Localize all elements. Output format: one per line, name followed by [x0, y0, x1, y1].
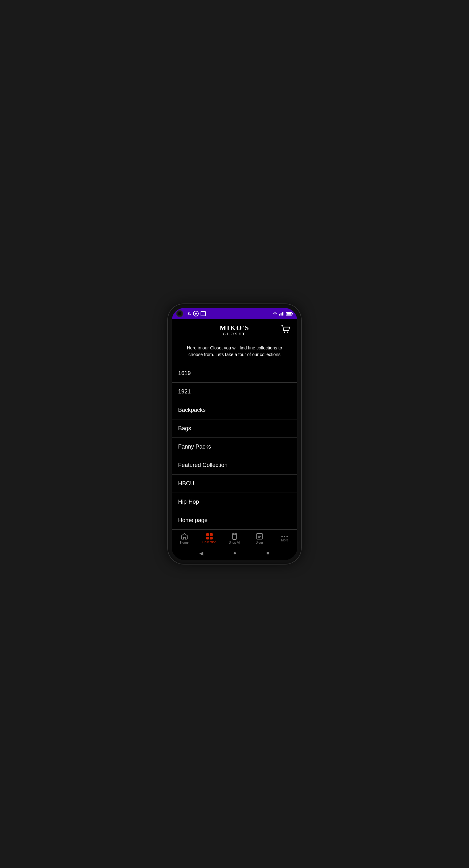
cart-button[interactable]: [281, 325, 291, 336]
collection-item-label: 1921: [178, 389, 191, 395]
battery-icon: [286, 312, 292, 315]
camera-cutout: [176, 310, 183, 317]
svg-rect-1: [281, 313, 282, 315]
collection-item-label: Bags: [178, 425, 191, 432]
collection-item-label: Home page: [178, 517, 208, 524]
svg-rect-2: [282, 312, 283, 315]
status-app-icon-1: [193, 311, 199, 316]
page-description: Here in our Closet you will find fine co…: [172, 341, 297, 364]
nav-item-more[interactable]: More: [272, 535, 297, 542]
list-item[interactable]: Backpacks: [172, 401, 297, 420]
nav-item-shopall[interactable]: Shop All: [222, 533, 247, 544]
logo-area: MIKO'S CLOSET: [219, 324, 250, 336]
svg-point-11: [282, 536, 283, 537]
list-item[interactable]: HBCU: [172, 474, 297, 493]
svg-point-13: [287, 536, 288, 537]
status-left: 8:: [187, 311, 206, 316]
status-app-icon-2: [201, 311, 206, 316]
shopall-icon: [231, 533, 238, 540]
collection-item-label: HBCU: [178, 480, 194, 487]
nav-item-collection[interactable]: Collection: [197, 533, 222, 544]
svg-point-12: [284, 536, 285, 537]
collection-list: 16191921BackpacksBagsFanny PacksFeatured…: [172, 364, 297, 530]
collection-item-label: Featured Collection: [178, 462, 228, 468]
phone-device: 8:: [168, 304, 301, 564]
wifi-icon: [272, 312, 277, 315]
svg-rect-0: [279, 314, 280, 315]
home-icon: [181, 533, 188, 540]
back-button[interactable]: ◀: [199, 550, 203, 556]
signal-icon: [279, 312, 284, 315]
main-content: MIKO'S CLOSET Here in our Closet you wil…: [172, 319, 297, 530]
nav-label-shopall: Shop All: [229, 541, 240, 544]
collection-item-label: Hip-Hop: [178, 499, 199, 505]
blogs-icon: [256, 533, 263, 540]
status-time: 8:: [187, 311, 191, 316]
collection-item-label: Backpacks: [178, 407, 206, 413]
svg-point-4: [284, 332, 285, 333]
app-header: MIKO'S CLOSET: [172, 319, 297, 341]
list-item[interactable]: Home page: [172, 511, 297, 530]
status-right-icons: [272, 312, 292, 315]
nav-item-blogs[interactable]: Blogs: [247, 533, 272, 544]
nav-label-blogs: Blogs: [256, 541, 264, 544]
list-item[interactable]: Bags: [172, 420, 297, 438]
list-item[interactable]: 1921: [172, 383, 297, 401]
list-item[interactable]: 1619: [172, 364, 297, 383]
phone-screen: 8:: [172, 308, 297, 560]
more-icon: [281, 535, 288, 537]
logo-line2: CLOSET: [219, 331, 250, 336]
nav-label-collection: Collection: [203, 540, 216, 544]
collection-icon: [206, 533, 213, 539]
nav-item-home[interactable]: Home: [172, 533, 197, 544]
logo-line1: MIKO'S: [219, 324, 250, 331]
nav-label-more: More: [281, 538, 288, 542]
svg-rect-3: [284, 312, 285, 315]
collection-item-label: Fanny Packs: [178, 443, 211, 450]
recent-button[interactable]: ■: [266, 550, 270, 556]
list-item[interactable]: Featured Collection: [172, 456, 297, 474]
nav-label-home: Home: [180, 541, 188, 544]
status-bar: 8:: [172, 308, 297, 319]
system-nav: ◀ ● ■: [172, 546, 297, 560]
collection-item-label: 1619: [178, 370, 191, 377]
bottom-nav: Home Collection Shop All: [172, 530, 297, 546]
home-button[interactable]: ●: [233, 550, 236, 556]
list-item[interactable]: Fanny Packs: [172, 438, 297, 456]
list-item[interactable]: Hip-Hop: [172, 493, 297, 511]
svg-point-5: [287, 332, 288, 333]
